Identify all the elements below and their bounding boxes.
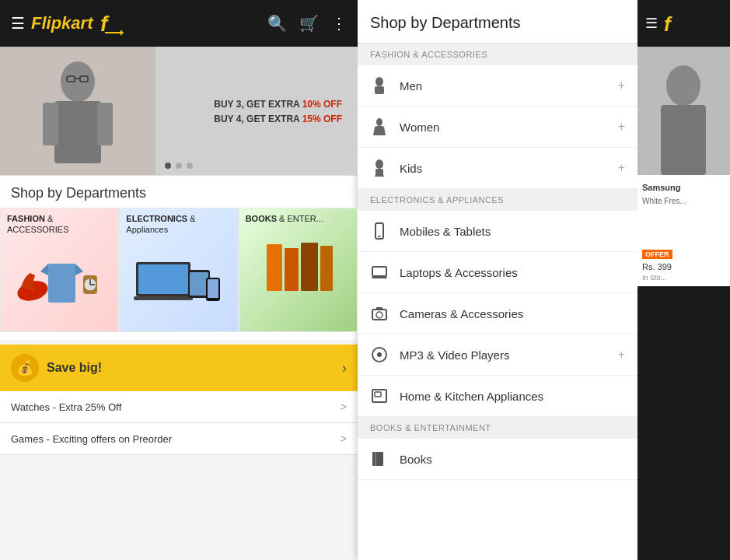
- dept-card-books[interactable]: BOOKS & ENTER...: [239, 208, 358, 332]
- search-icon[interactable]: 🔍: [267, 14, 287, 33]
- dept-cards: FASHION & ACCESSORIES: [0, 208, 358, 340]
- svg-rect-46: [372, 452, 383, 466]
- list-item-watches-text: Watches - Extra 25% Off: [11, 401, 121, 413]
- far-right-panel: ☰ f Samsung White Fres... OFFER Rs. 399 …: [637, 0, 730, 560]
- drawer-item-women-left: Women: [370, 117, 439, 136]
- women-icon: [370, 117, 389, 136]
- drawer-item-women-text: Women: [400, 121, 439, 134]
- banner-dot-3[interactable]: [187, 163, 193, 169]
- svg-rect-51: [661, 105, 706, 175]
- top-bar-left: ☰ Flipkart f: [11, 11, 124, 36]
- svg-rect-12: [48, 264, 75, 303]
- svg-rect-21: [190, 272, 208, 296]
- banner-line1: BUY 3, GET EXTRA 10% OFF: [214, 98, 342, 110]
- drawer-item-women[interactable]: Women +: [358, 107, 637, 148]
- samsung-subtitle: White Fres...: [642, 195, 725, 207]
- drawer-item-mobiles-text: Mobiles & Tablets: [400, 225, 491, 238]
- drawer-item-mp3[interactable]: MP3 & Video Players +: [358, 334, 637, 376]
- more-icon[interactable]: ⋮: [331, 14, 347, 33]
- logo-svg: f: [99, 11, 124, 36]
- books-card-img: [239, 229, 357, 306]
- hamburger-icon[interactable]: ☰: [11, 14, 25, 33]
- books-svg: [263, 236, 333, 299]
- banner-line2: BUY 4, GET EXTRA 15% OFF: [214, 113, 342, 124]
- kids-icon: [370, 159, 389, 177]
- drawer-item-cameras-text: Cameras & Accessories: [400, 307, 523, 320]
- list-item-watches[interactable]: Watches - Extra 25% Off >: [0, 391, 358, 423]
- dept-card-fashion[interactable]: FASHION & ACCESSORIES: [0, 208, 119, 332]
- banner-text: BUY 3, GET EXTRA 10% OFF BUY 4, GET EXTR…: [214, 98, 342, 124]
- list-item-games-chevron: >: [341, 432, 347, 445]
- books-icon: [370, 450, 389, 468]
- drawer-item-kids[interactable]: Kids +: [358, 148, 637, 189]
- home-appliances-icon: [370, 387, 389, 405]
- far-right-logo: f: [664, 12, 686, 34]
- save-big[interactable]: 💰 Save big! ›: [0, 345, 358, 391]
- svg-rect-5: [54, 101, 101, 163]
- banner-dot-2[interactable]: [176, 163, 182, 169]
- drawer-item-mobiles[interactable]: Mobiles & Tablets: [358, 211, 637, 252]
- category-header-electronics: ELECTRONICS & APPLIANCES: [358, 189, 637, 211]
- cameras-icon: [370, 304, 389, 323]
- far-right-hamburger[interactable]: ☰: [645, 15, 658, 32]
- electronics-svg: [132, 248, 225, 310]
- svg-rect-47: [375, 452, 376, 466]
- top-bar: ☰ Flipkart f 🔍 🛒 ⋮: [0, 0, 358, 47]
- drawer-item-men-text: Men: [400, 79, 422, 93]
- drawer-item-men-left: Men: [370, 76, 422, 95]
- offer-area: OFFER Rs. 399 In Sto...: [642, 246, 725, 282]
- fashion-card-label: FASHION & ACCESSORIES: [1, 208, 118, 240]
- category-header-fashion: FASHION & ACCESSORIES: [358, 44, 637, 65]
- far-right-banner-svg: [637, 47, 730, 175]
- banner: BUY 3, GET EXTRA 10% OFF BUY 4, GET EXTR…: [0, 47, 358, 175]
- drawer-item-mobiles-left: Mobiles & Tablets: [370, 222, 491, 240]
- drawer-item-kids-text: Kids: [400, 162, 422, 175]
- svg-marker-2: [121, 30, 124, 36]
- drawer-item-laptops[interactable]: Laptops & Accessories: [358, 252, 637, 293]
- svg-text:f: f: [664, 12, 672, 34]
- svg-point-40: [376, 312, 382, 318]
- drawer-item-mp3-left: MP3 & Video Players: [370, 345, 509, 364]
- banner-person-svg: [0, 47, 155, 175]
- drawer-item-men[interactable]: Men +: [358, 65, 637, 107]
- svg-rect-25: [285, 248, 299, 291]
- drawer-item-laptops-text: Laptops & Accessories: [400, 266, 518, 279]
- svg-rect-23: [208, 279, 218, 298]
- svg-rect-38: [372, 277, 387, 278]
- list-item-games[interactable]: Games - Exciting offers on Preorder >: [0, 423, 358, 455]
- logo: Flipkart: [31, 13, 93, 33]
- drawer-item-cameras-left: Cameras & Accessories: [370, 304, 523, 323]
- svg-point-50: [666, 65, 700, 106]
- banner-dots: [165, 163, 193, 169]
- list-item-games-text: Games - Exciting offers on Preorder: [11, 433, 172, 445]
- dept-card-electronics[interactable]: ELECTRONICS & Appliances: [119, 208, 238, 332]
- offer-badge: OFFER: [642, 250, 672, 259]
- right-panel: Shop by Departments FASHION & ACCESSORIE…: [358, 0, 637, 560]
- svg-point-4: [61, 61, 95, 102]
- svg-point-31: [375, 159, 383, 169]
- svg-rect-37: [372, 267, 386, 276]
- men-icon: [370, 76, 389, 95]
- drawer-item-men-plus: +: [618, 79, 625, 93]
- drawer-item-mp3-text: MP3 & Video Players: [400, 348, 509, 362]
- banner-figure: [0, 47, 155, 175]
- drawer-item-home-appliances[interactable]: Home & Kitchen Appliances: [358, 376, 637, 417]
- drawer-item-books-left: Books: [370, 450, 432, 468]
- svg-rect-7: [97, 103, 113, 145]
- svg-point-43: [377, 352, 382, 357]
- books-card-label: BOOKS & ENTER...: [239, 208, 357, 229]
- banner-dot-1[interactable]: [165, 163, 171, 169]
- save-big-left: 💰 Save big!: [11, 354, 102, 382]
- fashion-svg: [13, 248, 107, 310]
- fashion-card-img: [1, 240, 118, 318]
- list-item-watches-chevron: >: [341, 401, 347, 413]
- far-right-banner: [637, 47, 730, 175]
- samsung-label: Samsung: [642, 180, 725, 195]
- save-big-chevron: ›: [342, 360, 347, 376]
- mp3-icon: [370, 345, 389, 364]
- save-big-icon: 💰: [11, 354, 39, 382]
- drawer-item-books[interactable]: Books: [358, 439, 637, 480]
- drawer-item-cameras[interactable]: Cameras & Accessories: [358, 293, 637, 334]
- cart-icon[interactable]: 🛒: [299, 14, 319, 33]
- svg-rect-27: [320, 246, 333, 291]
